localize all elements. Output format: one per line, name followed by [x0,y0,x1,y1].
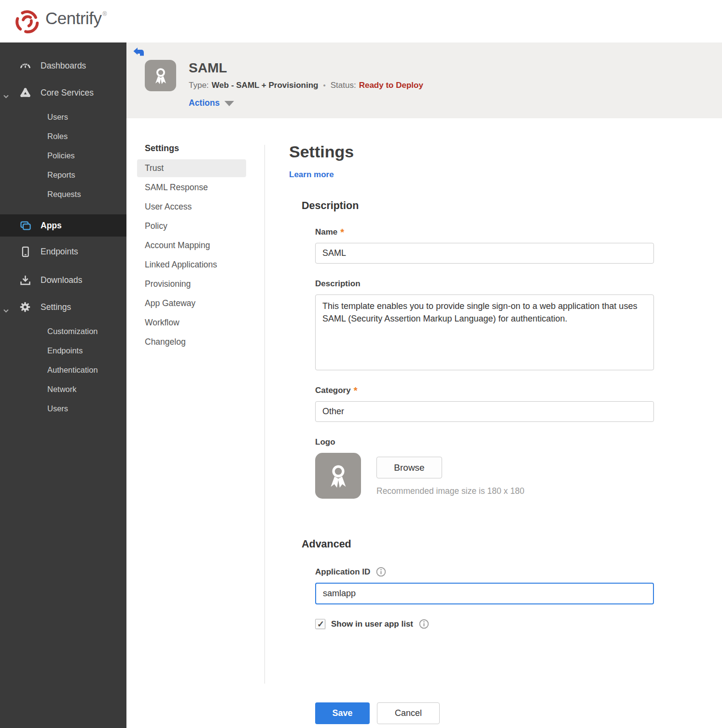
dropdown-triangle-icon [224,101,234,106]
sidebar-item-label: Downloads [41,275,83,285]
app-header: SAML Type: Web - SAML + Provisioning • S… [126,42,722,118]
application-id-input[interactable] [315,583,654,604]
learn-more-link[interactable]: Learn more [289,170,334,180]
required-asterisk: * [354,387,358,394]
type-value: Web - SAML + Provisioning [212,81,319,90]
logo-field-label: Logo [315,437,335,447]
subnav-item-user-access[interactable]: User Access [137,198,246,216]
app-logo-icon [145,60,176,91]
core-services-icon [17,86,33,99]
app-title: SAML [189,60,423,76]
browse-button[interactable]: Browse [376,457,442,478]
settings-subnav: Settings Trust SAML Response User Access… [126,118,264,728]
sidebar-item-label: Endpoints [41,247,78,257]
sidebar-item-users-settings[interactable]: Users [0,399,126,418]
dashboards-icon [17,59,33,72]
brand-trademark: ® [103,11,107,17]
brand-logo: Centrify ® [14,8,107,35]
subnav-item-workflow[interactable]: Workflow [137,314,246,332]
sidebar-item-downloads[interactable]: Downloads [0,266,126,294]
logo-preview-image [315,453,361,499]
description-textarea[interactable]: This template enables you to provide sin… [315,294,654,370]
settings-gear-icon [17,300,33,314]
sidebar-item-policies[interactable]: Policies [0,146,126,165]
required-asterisk: * [340,228,344,236]
sidebar-item-core-services[interactable]: Core Services [0,79,126,106]
subnav-item-changelog[interactable]: Changelog [137,333,246,351]
sidebar-item-customization[interactable]: Customization [0,322,126,341]
page-title: Settings [289,142,654,161]
show-in-user-app-list-checkbox[interactable] [315,619,325,629]
name-field-label: Name [315,227,337,237]
sidebar-item-settings[interactable]: Settings [0,294,126,321]
sidebar-item-network[interactable]: Network [0,379,126,399]
endpoints-icon [17,245,33,258]
subnav-item-app-gateway[interactable]: App Gateway [137,294,246,312]
status-badge: Ready to Deploy [359,81,423,90]
subnav-heading: Settings [145,143,264,154]
sidebar-item-label: Core Services [41,88,94,98]
advanced-section-heading: Advanced [302,538,654,550]
sidebar-item-dashboards[interactable]: Dashboards [0,52,126,79]
settings-sublist: Customization Endpoints Authentication N… [0,321,126,423]
category-input[interactable] [315,401,654,422]
back-arrow-icon[interactable] [133,47,144,56]
app-meta: Type: Web - SAML + Provisioning • Status… [189,81,423,90]
sidebar-item-users[interactable]: Users [0,107,126,126]
info-icon[interactable] [419,619,429,629]
sidebar-item-apps[interactable]: Apps [0,214,126,237]
sidebar-item-label: Settings [41,302,71,312]
status-label: Status: [331,81,356,90]
subnav-item-policy[interactable]: Policy [137,217,246,235]
actions-label: Actions [189,98,220,108]
name-input[interactable] [315,243,654,264]
description-field-label: Description [315,279,361,289]
cancel-button[interactable]: Cancel [377,702,440,724]
sidebar-item-label: Dashboards [41,61,86,71]
sidebar-item-endpoints-settings[interactable]: Endpoints [0,341,126,360]
settings-form: Settings Learn more Description Name * D… [265,118,654,728]
logo-size-hint: Recommended image size is 180 x 180 [376,486,524,496]
sidebar-item-roles[interactable]: Roles [0,126,126,146]
type-label: Type: [189,81,209,90]
category-field-label: Category [315,386,351,395]
subnav-item-saml-response[interactable]: SAML Response [137,179,246,196]
sidebar-item-endpoints[interactable]: Endpoints [0,237,126,266]
info-icon[interactable] [376,567,386,577]
chevron-down-icon [3,91,9,101]
application-id-label: Application ID [315,567,370,577]
chevron-down-icon [3,305,9,315]
sidebar-item-label: Apps [41,221,62,231]
brand-name: Centrify [45,9,102,28]
sidebar: Dashboards Core Services Users Roles Pol… [0,42,126,728]
actions-dropdown[interactable]: Actions [189,98,423,108]
centrify-logo-icon [14,8,41,35]
subnav-item-trust[interactable]: Trust [137,159,246,177]
save-button[interactable]: Save [315,702,370,724]
show-in-user-app-list-label: Show in user app list [331,619,413,629]
subnav-item-linked-applications[interactable]: Linked Applications [137,256,246,274]
meta-separator: • [323,81,325,89]
subnav-item-account-mapping[interactable]: Account Mapping [137,237,246,254]
sidebar-item-reports[interactable]: Reports [0,165,126,184]
top-bar: Centrify ® [0,0,722,42]
sidebar-item-authentication[interactable]: Authentication [0,360,126,379]
core-services-sublist: Users Roles Policies Reports Requests [0,106,126,209]
description-section-heading: Description [302,200,654,212]
downloads-icon [17,274,33,287]
sidebar-item-requests[interactable]: Requests [0,184,126,204]
subnav-item-provisioning[interactable]: Provisioning [137,275,246,293]
apps-icon [17,219,33,232]
